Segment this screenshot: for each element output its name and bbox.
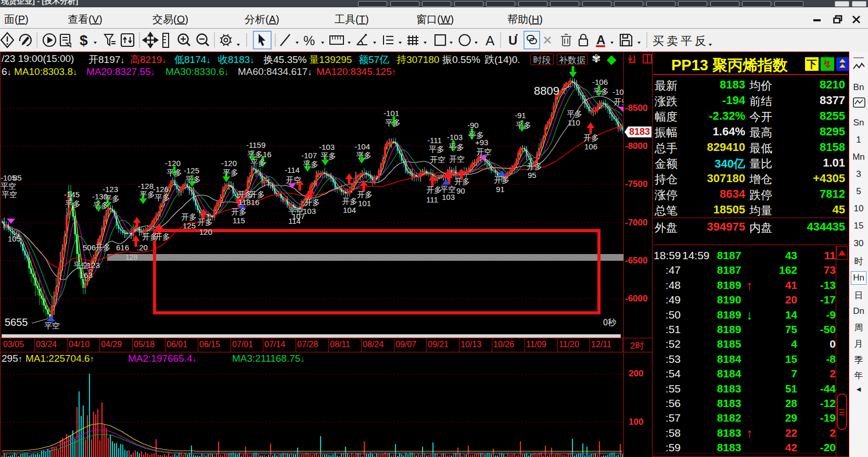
svg-text:-91: -91 bbox=[515, 111, 526, 120]
svg-text:-1159: -1159 bbox=[246, 141, 265, 149]
svg-text:120: 120 bbox=[199, 227, 212, 236]
svg-text:平多: 平多 bbox=[356, 151, 372, 160]
svg-text:开空: 开空 bbox=[449, 155, 465, 163]
svg-text:114: 114 bbox=[288, 217, 301, 225]
svg-text:111: 111 bbox=[426, 195, 438, 204]
svg-text:平多: 平多 bbox=[449, 143, 464, 151]
svg-text:开多: 开多 bbox=[342, 197, 358, 206]
svg-text:11816: 11816 bbox=[238, 198, 260, 207]
svg-text:平多: 平多 bbox=[65, 199, 81, 208]
svg-text:%: % bbox=[303, 33, 315, 48]
svg-text:616: 616 bbox=[116, 243, 129, 252]
svg-text:85: 85 bbox=[13, 173, 22, 182]
svg-text:平空: 平空 bbox=[44, 321, 60, 330]
svg-text:-106: -106 bbox=[592, 78, 608, 86]
svg-text:-107: -107 bbox=[301, 151, 317, 160]
svg-text:90: 90 bbox=[456, 186, 465, 195]
svg-text:平多: 平多 bbox=[185, 175, 201, 184]
svg-text:-128: -128 bbox=[138, 182, 154, 191]
svg-text:开多: 开多 bbox=[357, 190, 373, 199]
svg-text:91: 91 bbox=[496, 185, 505, 194]
svg-text:0秒: 0秒 bbox=[603, 318, 617, 327]
svg-text:125: 125 bbox=[183, 221, 196, 230]
svg-text:104: 104 bbox=[343, 206, 356, 214]
svg-text:$: $ bbox=[80, 32, 88, 48]
svg-text:开多: 开多 bbox=[583, 133, 599, 142]
svg-text:115: 115 bbox=[233, 216, 245, 225]
svg-text:开空: 开空 bbox=[476, 147, 492, 156]
svg-text:-145: -145 bbox=[64, 190, 80, 199]
svg-text:-111: -111 bbox=[427, 136, 442, 145]
svg-text:平: 平 bbox=[681, 34, 692, 47]
svg-text:平空: 平空 bbox=[1, 182, 16, 191]
svg-text:平多: 平多 bbox=[223, 168, 238, 177]
svg-text:开空: 开空 bbox=[614, 97, 623, 106]
svg-text:平多: 平多 bbox=[155, 193, 170, 202]
svg-text:平多: 平多 bbox=[429, 145, 444, 154]
svg-text:买: 买 bbox=[653, 34, 664, 47]
svg-text:开多: 开多 bbox=[231, 207, 247, 216]
svg-text:-123: -123 bbox=[103, 185, 118, 194]
svg-text:平多: 平多 bbox=[385, 118, 401, 127]
svg-text:反: 反 bbox=[695, 34, 706, 47]
svg-text:5655: 5655 bbox=[5, 316, 28, 328]
svg-text:.20: .20 bbox=[137, 243, 148, 252]
svg-text:101: 101 bbox=[358, 199, 371, 208]
svg-text:-101: -101 bbox=[384, 109, 399, 118]
svg-text:开空: 开空 bbox=[286, 175, 301, 184]
svg-text:-125: -125 bbox=[184, 166, 199, 175]
svg-text:平多: 平多 bbox=[250, 158, 266, 167]
svg-text:开多: 开多 bbox=[494, 175, 509, 184]
svg-text:-126: -126 bbox=[153, 185, 169, 194]
svg-text:103: 103 bbox=[303, 207, 316, 215]
svg-text:103: 103 bbox=[442, 193, 455, 201]
svg-text:开多: 开多 bbox=[454, 177, 470, 186]
svg-text:平多: 平多 bbox=[167, 168, 182, 177]
svg-text:106: 106 bbox=[584, 142, 597, 151]
svg-text:123: 123 bbox=[87, 261, 100, 270]
svg-text:-: - bbox=[107, 243, 110, 252]
svg-text:-114: -114 bbox=[285, 166, 300, 174]
svg-text:平多16: 平多16 bbox=[247, 150, 272, 159]
svg-text:95: 95 bbox=[528, 171, 537, 180]
svg-text:开多: 开多 bbox=[527, 162, 542, 171]
svg-text:开多: 开多 bbox=[181, 212, 197, 221]
svg-text:-103: -103 bbox=[447, 133, 463, 142]
svg-text:163: 163 bbox=[80, 271, 93, 280]
svg-text:-103: -103 bbox=[319, 143, 335, 151]
svg-text:A: A bbox=[596, 33, 605, 47]
svg-text:-10: -10 bbox=[612, 87, 623, 96]
svg-text:A: A bbox=[486, 33, 495, 48]
svg-text:平多: 平多 bbox=[593, 87, 609, 96]
svg-text:开多: 开多 bbox=[155, 232, 170, 241]
svg-text:卖: 卖 bbox=[667, 34, 678, 47]
svg-text:平多: 平多 bbox=[516, 121, 531, 130]
svg-text:开空: 开空 bbox=[430, 155, 445, 164]
svg-text:110: 110 bbox=[568, 118, 580, 127]
svg-text:平多: 平多 bbox=[104, 194, 120, 203]
svg-text:+93: +93 bbox=[475, 138, 488, 147]
svg-text:506: 506 bbox=[83, 243, 96, 252]
svg-text:平多: 平多 bbox=[303, 160, 318, 169]
svg-text:-104: -104 bbox=[354, 142, 370, 151]
svg-text:平空: 平空 bbox=[2, 190, 17, 199]
svg-text:-90: -90 bbox=[467, 121, 479, 130]
svg-text:平多: 平多 bbox=[567, 109, 582, 118]
svg-text:8809: 8809 bbox=[534, 84, 559, 97]
svg-text:开多: 开多 bbox=[197, 218, 213, 226]
svg-text:开多: 开多 bbox=[304, 198, 320, 207]
svg-text:128: 128 bbox=[125, 253, 138, 261]
svg-text:-120: -120 bbox=[165, 159, 181, 168]
svg-text:105: 105 bbox=[8, 234, 21, 243]
svg-text:-120: -120 bbox=[221, 159, 237, 168]
svg-text:开多: 开多 bbox=[426, 185, 442, 194]
svg-text:平多: 平多 bbox=[321, 151, 336, 160]
